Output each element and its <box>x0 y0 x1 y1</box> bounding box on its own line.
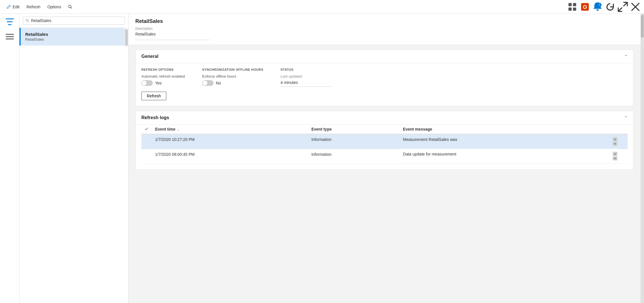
general-body: REFRESH OPTIONS Automatic refresh enable… <box>136 63 633 106</box>
svg-text:O: O <box>583 4 587 10</box>
col-scrollbar-header <box>621 125 628 134</box>
filter-svg <box>5 17 15 27</box>
fabric-icon-button[interactable] <box>567 2 577 12</box>
logs-table-head: Event time ↓ Event type Event message <box>141 125 628 134</box>
list-item[interactable]: RetailSales RetailSales <box>19 28 125 46</box>
enforce-toggle[interactable] <box>202 80 214 86</box>
main-layout: RetailSales RetailSales RetailSales Desc… <box>0 14 644 303</box>
refresh-button-toolbar[interactable]: Refresh <box>24 3 43 11</box>
log-row-2-time: 1/7/2020 08:00:45 PM <box>152 149 308 164</box>
menu-svg <box>5 32 15 42</box>
log-row-2-type: Information <box>308 149 399 164</box>
refresh-options-label: REFRESH OPTIONS <box>141 68 185 71</box>
log-row-1-type: Information <box>308 134 399 149</box>
auto-refresh-toggle-row: Yes <box>141 80 185 86</box>
content-scrollbar[interactable] <box>641 14 644 303</box>
svg-line-19 <box>28 21 29 22</box>
description-label: Description <box>135 27 634 31</box>
sidebar <box>0 14 19 303</box>
log-row-1-time: 1/7/2020 10:27:20 PM <box>152 134 308 149</box>
general-section-header[interactable]: General ⌃ <box>136 50 633 63</box>
refresh-label: Refresh <box>26 5 40 9</box>
list-item-subtitle: RetailSales <box>25 37 120 42</box>
svg-rect-4 <box>569 7 572 11</box>
general-section: General ⌃ REFRESH OPTIONS Automatic refr… <box>135 50 634 106</box>
close-icon-button[interactable] <box>630 2 641 12</box>
sync-icon <box>605 2 615 12</box>
filter-icon[interactable] <box>5 17 15 27</box>
description-value: RetailSales <box>135 32 210 40</box>
toolbar-right: O 0 <box>567 2 641 12</box>
status-col: STATUS Last updated 4 minutes <box>280 68 332 100</box>
svg-line-1 <box>71 7 72 9</box>
last-updated-value: 4 minutes <box>280 80 332 87</box>
fabric-icon <box>567 2 577 12</box>
expand-icon-button[interactable] <box>618 2 628 12</box>
bell-icon <box>592 2 603 12</box>
status-label: STATUS <box>280 68 332 71</box>
svg-point-0 <box>69 5 71 8</box>
content-scrollbar-thumb[interactable] <box>641 15 644 38</box>
search-box <box>19 14 128 28</box>
search-wrap[interactable] <box>23 17 125 25</box>
enforce-toggle-label: No <box>216 81 221 85</box>
office-icon-button[interactable]: O <box>580 2 590 12</box>
row-2-down-arrow[interactable]: ▼ <box>613 156 617 160</box>
edit-label: Edit <box>13 5 19 9</box>
svg-rect-5 <box>573 7 576 11</box>
options-label: Options <box>47 5 61 9</box>
enforce-label: Enforce offline hours <box>202 74 264 78</box>
sync-offline-col: SYNCHRONIZATION OFFLINE HOURS Enforce of… <box>202 68 264 100</box>
sort-arrow: ↓ <box>178 128 179 131</box>
search-input[interactable] <box>31 18 122 23</box>
row-2-up-arrow[interactable]: ▲ <box>613 152 617 156</box>
enforce-toggle-row: No <box>202 80 264 86</box>
logs-table: Event time ↓ Event type Event message <box>141 125 628 164</box>
toolbar: Edit Refresh Options O <box>0 0 644 14</box>
refresh-logs-header[interactable]: Refresh logs ⌃ <box>136 111 633 125</box>
col-event-time[interactable]: Event time ↓ <box>152 125 308 134</box>
auto-refresh-toggle-label: Yes <box>155 81 162 85</box>
row-2-arrows: ▲ ▼ <box>613 152 617 160</box>
expand-icon <box>618 2 628 12</box>
list-item-title: RetailSales <box>25 32 120 37</box>
notifications-button[interactable]: 0 <box>592 2 603 12</box>
general-section-title: General <box>141 54 159 59</box>
row-1-up-arrow[interactable]: ▲ <box>613 137 617 141</box>
svg-line-8 <box>623 2 627 6</box>
log-row-2[interactable]: 1/7/2020 08:00:45 PM Information Data up… <box>141 149 628 164</box>
auto-refresh-toggle[interactable] <box>141 80 153 86</box>
log-row-1[interactable]: 1/7/2020 10:27:20 PM Information Measure… <box>141 134 628 149</box>
last-updated-label: Last updated <box>280 74 332 78</box>
general-cols: REFRESH OPTIONS Automatic refresh enable… <box>141 68 628 100</box>
search-icon-button[interactable] <box>65 3 75 11</box>
content-header: RetailSales Description RetailSales <box>128 14 641 45</box>
list-scrollbar[interactable] <box>125 29 128 46</box>
svg-rect-3 <box>573 3 576 6</box>
refresh-logs-section: Refresh logs ⌃ Event time <box>135 111 634 170</box>
svg-rect-2 <box>569 3 572 6</box>
col-event-message[interactable]: Event message <box>399 125 621 134</box>
log-row-2-check <box>141 149 152 164</box>
col-event-type[interactable]: Event type <box>308 125 399 134</box>
svg-line-9 <box>618 7 622 11</box>
edit-button[interactable]: Edit <box>3 3 22 11</box>
refresh-logs-collapse-icon: ⌃ <box>624 115 628 120</box>
search-icon <box>68 5 73 9</box>
options-button[interactable]: Options <box>44 3 64 11</box>
menu-icon[interactable] <box>5 32 15 42</box>
log-row-2-message: Data update for measurement ▲ ▼ <box>399 149 621 164</box>
logs-header-row: Event time ↓ Event type Event message <box>141 125 628 134</box>
logs-table-wrap: Event time ↓ Event type Event message <box>136 125 633 170</box>
logs-table-body: 1/7/2020 10:27:20 PM Information Measure… <box>141 134 628 164</box>
sync-offline-label: SYNCHRONIZATION OFFLINE HOURS <box>202 68 264 71</box>
notification-badge: 0 <box>598 3 602 7</box>
refresh-button[interactable]: Refresh <box>141 92 166 100</box>
check-header-icon <box>145 127 148 131</box>
sync-icon-button[interactable] <box>605 2 615 12</box>
panel-list: RetailSales RetailSales <box>19 14 128 303</box>
log-row-1-message: Measurement RetailSales was ▲ ▼ <box>399 134 621 149</box>
log-row-2-spacer <box>621 149 628 164</box>
row-1-down-arrow[interactable]: ▼ <box>613 142 617 146</box>
auto-refresh-label: Automatic refresh enabled <box>141 74 185 78</box>
